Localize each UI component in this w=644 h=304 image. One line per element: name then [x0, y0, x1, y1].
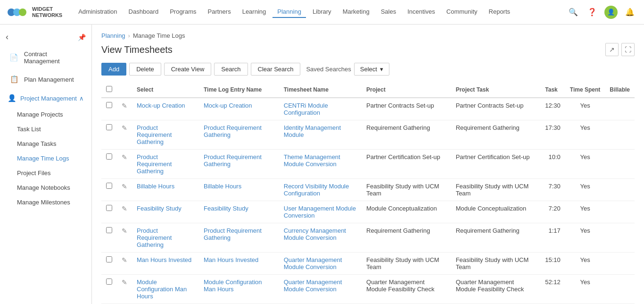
edit-icon[interactable]: ✎ [122, 256, 127, 264]
breadcrumb-current: Manage Time Logs [133, 32, 185, 39]
clear-search-button[interactable]: Clear Search [251, 63, 301, 76]
row-time-log-entry-name[interactable]: Mock-up Creation [132, 98, 199, 120]
row-project[interactable]: Record Visibility Module Configuration [279, 179, 362, 201]
nav-link-incentives[interactable]: Incentives [403, 6, 440, 18]
row-timesheet-name[interactable]: Feasibility Study [199, 201, 279, 223]
row-task: Partner Certification Set-up [451, 150, 541, 179]
logo-circles [8, 8, 26, 16]
create-view-button[interactable]: Create View [164, 63, 212, 76]
search-button[interactable]: Search [214, 63, 248, 76]
nav-link-community[interactable]: Community [442, 6, 482, 18]
share-button[interactable]: ↗ [605, 43, 619, 56]
sidebar-section-project-management[interactable]: 👤Project Management∧Manage ProjectsTask … [0, 89, 91, 210]
sidebar-back-button[interactable]: ‹ [6, 32, 8, 42]
fullscreen-button[interactable]: ⛶ [621, 43, 635, 56]
sidebar-subitem-manage-tasks[interactable]: Manage Tasks [0, 136, 91, 151]
sidebar-item-plan-management[interactable]: 📋Plan Management [0, 69, 91, 89]
nav-link-partners[interactable]: Partners [203, 6, 236, 18]
nav-link-learning[interactable]: Learning [238, 6, 271, 18]
page-title: View Timesheets [101, 44, 173, 55]
row-checkbox[interactable] [106, 124, 112, 130]
nav-link-reports[interactable]: Reports [484, 6, 515, 18]
nav-link-dashboard[interactable]: Dashboard [124, 6, 164, 18]
toolbar: Add Delete Create View Search Clear Sear… [101, 63, 635, 76]
row-project-task: Quarter Management Module Feasibility Ch… [362, 275, 451, 304]
row-project-task: Requirement Gathering [362, 120, 451, 150]
row-checkbox[interactable] [106, 153, 112, 160]
edit-icon[interactable]: ✎ [122, 153, 127, 161]
row-checkbox[interactable] [106, 279, 112, 285]
row-checkbox[interactable] [106, 205, 112, 211]
sidebar-item-label: Plan Management [24, 76, 74, 83]
help-nav-icon[interactable]: ❓ [586, 6, 599, 19]
edit-icon[interactable]: ✎ [122, 183, 127, 190]
notifications-nav-icon[interactable]: 🔔 [623, 6, 636, 19]
row-timesheet-name[interactable]: Billable Hours [199, 179, 279, 201]
row-timesheet-name[interactable]: Product Requirement Gathering [199, 150, 279, 179]
delete-button[interactable]: Delete [129, 63, 161, 76]
row-time-log-entry-name[interactable]: Billable Hours [132, 179, 199, 201]
row-timesheet-name[interactable]: Product Requirement Gathering [199, 120, 279, 150]
row-time-spent: 15:10 [540, 253, 565, 275]
breadcrumb-parent-link[interactable]: Planning [101, 32, 125, 39]
edit-icon[interactable]: ✎ [122, 205, 127, 212]
select-all-checkbox[interactable] [106, 86, 112, 92]
row-project[interactable]: Quarter Management Module Conversion [279, 275, 362, 304]
row-project[interactable]: Currency Management Module Conversion [279, 223, 362, 253]
col-billable: Billable [605, 82, 635, 98]
sidebar-item-contract-management[interactable]: 📄Contract Management [0, 46, 91, 69]
sidebar-subitem-manage-notebooks[interactable]: Manage Notebooks [0, 180, 91, 195]
nav-link-planning[interactable]: Planning [272, 6, 306, 18]
nav-link-library[interactable]: Library [308, 6, 336, 18]
row-project[interactable]: Theme Management Module Conversion [279, 150, 362, 179]
edit-icon[interactable]: ✎ [122, 124, 127, 132]
row-time-log-entry-name[interactable]: Product Requirement Gathering [132, 150, 199, 179]
row-checkbox-cell [101, 253, 117, 275]
edit-icon[interactable]: ✎ [122, 279, 127, 286]
avatar-nav-icon[interactable]: 👤 [604, 6, 618, 19]
nav-link-sales[interactable]: Sales [376, 6, 401, 18]
add-button[interactable]: Add [101, 63, 126, 76]
row-project[interactable]: Identity Management Module [279, 120, 362, 150]
row-time-log-entry-name[interactable]: Product Requirement Gathering [132, 120, 199, 150]
col-edit [117, 82, 132, 98]
row-project[interactable]: Quarter Management Module Conversion [279, 253, 362, 275]
row-timesheet-name[interactable]: Module Configuration Man Hours [199, 275, 279, 304]
sidebar-subitem-task-list[interactable]: Task List [0, 122, 91, 136]
edit-icon[interactable]: ✎ [122, 227, 127, 235]
nav-link-programs[interactable]: Programs [165, 6, 201, 18]
row-checkbox[interactable] [106, 227, 112, 233]
search-nav-icon[interactable]: 🔍 [567, 6, 580, 19]
nav-link-administration[interactable]: Administration [74, 6, 122, 18]
edit-icon[interactable]: ✎ [122, 102, 127, 110]
row-checkbox[interactable] [106, 183, 112, 189]
row-timesheet-name[interactable]: Mock-up Creation [199, 98, 279, 120]
row-time-log-entry-name[interactable]: Man Hours Invested [132, 253, 199, 275]
sidebar-subitem-manage-projects[interactable]: Manage Projects [0, 107, 91, 122]
sidebar-subitem-project-files[interactable]: Project Files [0, 166, 91, 180]
sidebar-pin-button[interactable]: 📌 [78, 34, 86, 41]
row-project[interactable]: CENTRi Module Configuration [279, 98, 362, 120]
nav-link-marketing[interactable]: Marketing [338, 6, 374, 18]
sidebar-item-icon: 📄 [9, 52, 19, 63]
row-billable: Yes [565, 120, 605, 150]
sidebar-subitem-manage-time-logs[interactable]: Manage Time Logs [0, 151, 91, 166]
sidebar-subitem-manage-milestones[interactable]: Manage Milestones [0, 195, 91, 210]
timesheets-table: Select Time Log Entry Name Timesheet Nam… [101, 82, 635, 304]
saved-searches-label: Saved Searches [306, 66, 351, 73]
row-timesheet-name[interactable]: Product Requirement Gathering [199, 223, 279, 253]
row-checkbox[interactable] [106, 256, 112, 262]
row-project[interactable]: User Management Module Conversion [279, 201, 362, 223]
row-time-log-entry-name[interactable]: Product Requirement Gathering [132, 223, 199, 253]
row-timesheet-name[interactable]: Man Hours Invested [199, 253, 279, 275]
select-dropdown-label: Select [360, 66, 377, 73]
breadcrumb: Planning › Manage Time Logs [101, 32, 635, 39]
row-project-task: Requirement Gathering [362, 223, 451, 253]
row-checkbox-cell [101, 179, 117, 201]
sidebar-item-icon: 👤 [8, 94, 17, 102]
row-time-log-entry-name[interactable]: Module Configuration Man Hours [132, 275, 199, 304]
row-time-log-entry-name[interactable]: Feasibility Study [132, 201, 199, 223]
row-checkbox-cell [101, 120, 117, 150]
select-dropdown-button[interactable]: Select ▾ [354, 63, 389, 76]
row-checkbox[interactable] [106, 102, 112, 108]
